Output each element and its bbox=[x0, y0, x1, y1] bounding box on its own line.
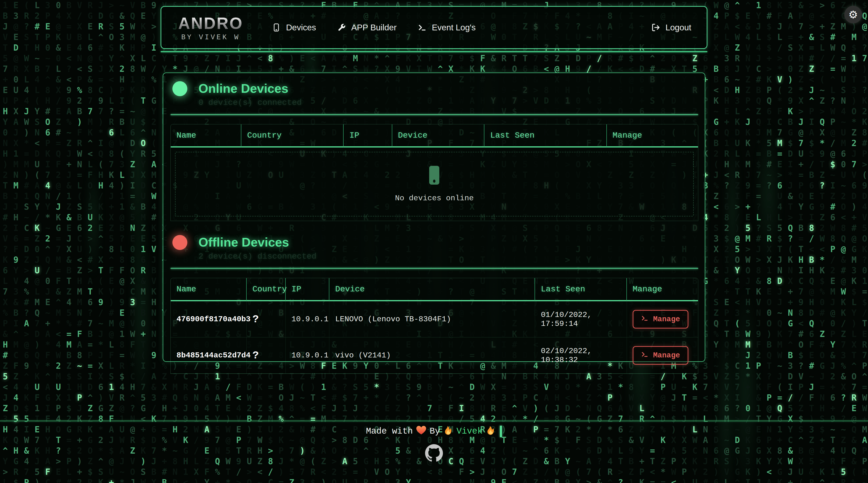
matrix-glyph: D bbox=[32, 149, 42, 159]
matrix-glyph: + bbox=[785, 477, 796, 483]
matrix-glyph: ) bbox=[615, 392, 626, 403]
matrix-glyph: @ bbox=[849, 233, 859, 244]
matrix-glyph: X bbox=[10, 138, 21, 149]
matrix-glyph: K bbox=[785, 255, 796, 265]
matrix-glyph: D bbox=[10, 403, 21, 414]
matrix-glyph: < bbox=[732, 21, 743, 32]
theme-toggle-button[interactable]: ⚙ bbox=[844, 6, 862, 23]
terminal-icon bbox=[641, 351, 648, 360]
matrix-glyph: # bbox=[21, 297, 32, 308]
matrix-glyph: 8 bbox=[435, 466, 445, 477]
matrix-glyph: H bbox=[796, 53, 806, 64]
matrix-glyph: V bbox=[626, 403, 637, 414]
matrix-glyph: R bbox=[488, 403, 499, 414]
matrix-glyph: K bbox=[0, 255, 10, 265]
matrix-glyph: H bbox=[764, 212, 774, 223]
terminal-icon bbox=[418, 23, 427, 32]
matrix-glyph: D bbox=[85, 382, 95, 392]
matrix-glyph: J bbox=[95, 350, 106, 360]
matrix-glyph: + bbox=[212, 477, 223, 483]
matrix-glyph: C bbox=[10, 350, 21, 360]
matrix-glyph: F bbox=[202, 466, 212, 477]
matrix-glyph: 8 bbox=[796, 308, 806, 318]
matrix-glyph: / bbox=[838, 403, 849, 414]
matrix-glyph: 9 bbox=[21, 360, 32, 371]
manage-button[interactable]: Manage bbox=[633, 310, 689, 328]
matrix-glyph: V bbox=[520, 403, 530, 414]
matrix-glyph: ) bbox=[0, 159, 10, 170]
matrix-glyph: M bbox=[10, 340, 21, 350]
matrix-glyph: ( bbox=[785, 244, 796, 255]
matrix-glyph: J bbox=[21, 106, 32, 117]
matrix-glyph: K bbox=[711, 95, 721, 106]
matrix-glyph: + bbox=[764, 53, 774, 64]
matrix-glyph: H bbox=[552, 392, 562, 403]
online-devices-section: Online Devices 0 device(s) connected Nam… bbox=[170, 81, 698, 221]
matrix-glyph: = bbox=[828, 64, 838, 74]
matrix-glyph: # bbox=[32, 21, 42, 32]
matrix-glyph: $ bbox=[138, 117, 149, 127]
matrix-glyph: Q bbox=[721, 127, 732, 138]
matrix-glyph: R bbox=[732, 170, 743, 180]
matrix-glyph: S bbox=[806, 149, 817, 159]
matrix-glyph: W bbox=[244, 392, 255, 403]
matrix-glyph: G bbox=[785, 318, 796, 329]
matrix-glyph: % bbox=[149, 74, 159, 85]
matrix-glyph: @ bbox=[828, 127, 838, 138]
matrix-glyph: ? bbox=[403, 392, 414, 403]
matrix-glyph: J bbox=[10, 127, 21, 138]
matrix-glyph: ~ bbox=[117, 0, 127, 10]
matrix-glyph: < bbox=[32, 138, 42, 149]
matrix-glyph: K bbox=[53, 212, 64, 223]
matrix-glyph: E bbox=[849, 403, 859, 414]
matrix-glyph: $ bbox=[764, 21, 774, 32]
matrix-glyph: C bbox=[42, 477, 53, 483]
nav-item-app-builder[interactable]: APP Builder bbox=[337, 23, 397, 32]
matrix-glyph: / bbox=[594, 53, 605, 64]
matrix-glyph: Y bbox=[42, 201, 53, 212]
matrix-glyph: H bbox=[0, 149, 10, 159]
matrix-glyph: $ bbox=[859, 297, 868, 308]
matrix-glyph: 3 bbox=[732, 308, 743, 318]
matrix-glyph: L bbox=[849, 329, 859, 340]
github-link[interactable] bbox=[425, 444, 443, 462]
matrix-glyph: 4 bbox=[477, 414, 488, 424]
matrix-glyph: K bbox=[42, 149, 53, 159]
matrix-glyph: Z bbox=[817, 95, 828, 106]
matrix-glyph: 5 bbox=[340, 466, 350, 477]
matrix-glyph: R bbox=[74, 138, 85, 149]
matrix-glyph: M bbox=[838, 21, 849, 32]
matrix-glyph: / bbox=[774, 42, 785, 53]
matrix-glyph: C bbox=[732, 360, 743, 371]
nav-item-event-logs[interactable]: Event Log's bbox=[418, 23, 476, 32]
matrix-glyph: 1 bbox=[10, 149, 21, 159]
matrix-glyph: ( bbox=[817, 74, 828, 85]
matrix-glyph: ) bbox=[849, 95, 859, 106]
matrix-glyph: = bbox=[753, 180, 764, 191]
matrix-glyph: 6 bbox=[85, 42, 95, 53]
matrix-glyph: D bbox=[371, 414, 382, 424]
offline-section-subtitle: 2 device(s) disconnected bbox=[198, 251, 317, 262]
matrix-glyph: Y bbox=[753, 10, 764, 21]
manage-button[interactable]: Manage bbox=[633, 346, 689, 365]
matrix-glyph: ^ bbox=[456, 382, 467, 392]
matrix-glyph: 6 bbox=[700, 53, 711, 64]
matrix-glyph: C bbox=[371, 403, 382, 414]
matrix-glyph: > bbox=[774, 53, 785, 64]
matrix-glyph: E bbox=[64, 223, 74, 233]
matrix-glyph: L bbox=[456, 477, 467, 483]
matrix-glyph: A bbox=[520, 477, 530, 483]
matrix-glyph: / bbox=[732, 212, 743, 223]
matrix-glyph: & bbox=[785, 191, 796, 201]
matrix-glyph: M bbox=[74, 286, 85, 297]
matrix-glyph: E bbox=[774, 159, 785, 170]
matrix-glyph: 6 bbox=[721, 276, 732, 286]
logout-button[interactable]: Logout bbox=[651, 23, 691, 32]
matrix-glyph: J bbox=[721, 265, 732, 276]
matrix-glyph: 1 bbox=[753, 0, 764, 10]
matrix-glyph: > bbox=[743, 244, 753, 255]
nav-item-devices[interactable]: Devices bbox=[272, 23, 316, 32]
matrix-glyph: 2 bbox=[838, 191, 849, 201]
matrix-glyph: = bbox=[689, 392, 700, 403]
matrix-glyph: % bbox=[276, 414, 286, 424]
